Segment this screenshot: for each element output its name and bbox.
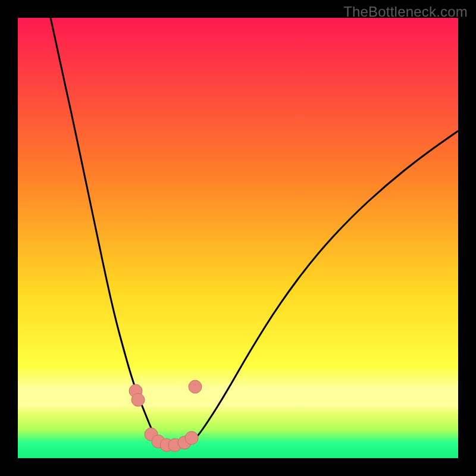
watermark-label: TheBottleneck.com [343,4,468,20]
chart-frame: TheBottleneck.com [0,0,476,476]
gradient-background [18,18,458,458]
bottleneck-curve-chart [18,18,458,458]
marker-point [131,393,145,406]
plot-area [18,18,458,458]
marker-point [189,380,202,393]
marker-point [185,431,198,444]
